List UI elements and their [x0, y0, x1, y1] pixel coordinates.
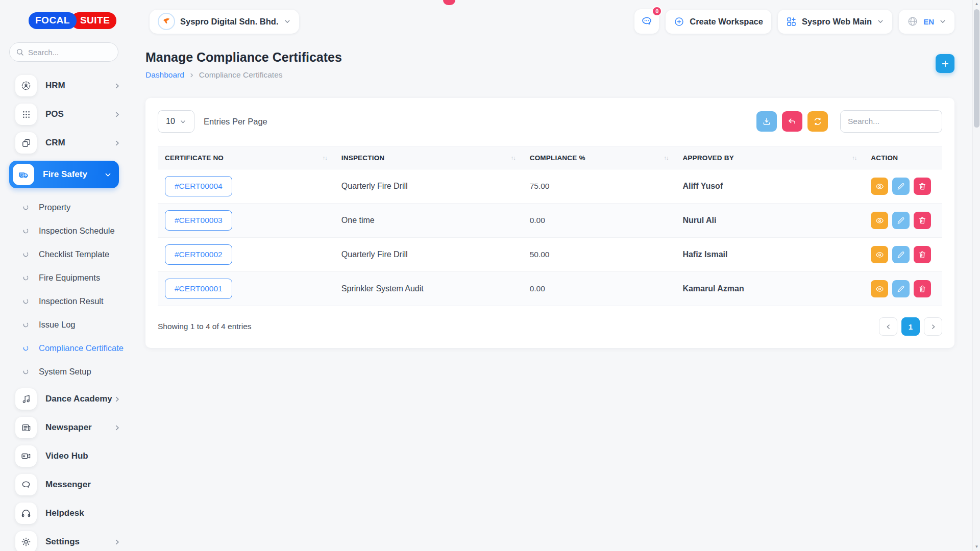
next-page-button[interactable] — [924, 317, 942, 336]
certificate-number-button[interactable]: #CERT00002 — [165, 244, 232, 265]
vertical-scrollbar[interactable]: ▲ ▼ — [972, 0, 980, 551]
certificates-card: 10 Entries Per Page — [145, 98, 954, 348]
edit-button[interactable] — [892, 280, 910, 297]
app-switcher[interactable]: Syspro Web Main — [778, 10, 892, 34]
topbar-right: 0 Create Workspace Syspro Web Main — [634, 9, 954, 34]
toolbar-actions — [756, 110, 942, 133]
delete-button[interactable] — [914, 178, 931, 195]
submenu-item-property[interactable]: Property — [9, 195, 130, 219]
page-number-button[interactable]: 1 — [901, 317, 920, 336]
sidebar-item-dance-academy[interactable]: Dance Academy — [9, 388, 121, 410]
sort-icon: ↑↓ — [511, 155, 516, 161]
sidebar-item-fire-safety[interactable]: Fire Safety — [9, 161, 119, 188]
edit-button[interactable] — [892, 212, 910, 229]
header-approved-by[interactable]: APPROVED BY↑↓ — [675, 146, 864, 169]
certificate-number-button[interactable]: #CERT00003 — [165, 210, 232, 231]
edit-button[interactable] — [892, 246, 910, 263]
create-workspace-button[interactable]: Create Workspace — [666, 10, 771, 34]
view-button[interactable] — [871, 280, 888, 297]
chevron-right-icon — [113, 139, 121, 147]
inspection-cell: Quarterly Fire Drill — [334, 238, 523, 272]
submenu-item-compliance-certificate[interactable]: Compliance Certificate — [9, 336, 130, 360]
submenu-item-inspection-schedule[interactable]: Inspection Schedule — [9, 219, 130, 242]
sidebar-item-video-hub[interactable]: Video Hub — [9, 445, 121, 467]
table-row: #CERT00004 Quarterly Fire Drill 75.00 Al… — [158, 169, 942, 204]
scrollbar-down-arrow[interactable]: ▼ — [973, 543, 980, 551]
sidebar-search[interactable] — [9, 42, 118, 62]
chat-bubble-icon — [15, 474, 37, 495]
breadcrumb-dashboard-link[interactable]: Dashboard — [145, 70, 184, 80]
submenu-item-system-setup[interactable]: System Setup — [9, 360, 130, 383]
chat-badge: 0 — [652, 6, 662, 16]
breadcrumb: Dashboard Compliance Certificates — [145, 70, 954, 80]
entries-per-page-select[interactable]: 10 — [158, 110, 194, 133]
approved-by-cell: Hafiz Ismail — [675, 238, 864, 272]
certificate-number-button[interactable]: #CERT00004 — [165, 176, 232, 196]
certificate-number-button[interactable]: #CERT00001 — [165, 279, 232, 299]
submenu-item-inspection-result[interactable]: Inspection Result — [9, 289, 130, 313]
table-header-row: CERTIFICATE NO↑↓ INSPECTION↑↓ COMPLIANCE… — [158, 146, 942, 169]
header-inspection[interactable]: INSPECTION↑↓ — [334, 146, 523, 169]
sidebar-item-hrm[interactable]: HRM — [9, 75, 121, 96]
crm-copy-icon — [15, 132, 37, 154]
chevron-down-icon — [104, 171, 112, 179]
sidebar-search-input[interactable] — [28, 48, 112, 57]
language-selector[interactable]: EN — [899, 10, 954, 34]
page-header: Manage Compliance Certificates Dashboard… — [145, 50, 954, 80]
sidebar-item-crm[interactable]: CRM — [9, 132, 121, 154]
app-root: FOCAL SUITE HRM POS — [0, 0, 980, 551]
workspace-selector[interactable]: Syspro Digital Sdn. Bhd. — [150, 10, 299, 34]
workspace-name: Syspro Digital Sdn. Bhd. — [180, 17, 279, 27]
sort-icon: ↑↓ — [664, 155, 668, 161]
view-button[interactable] — [871, 178, 888, 195]
chevron-right-icon — [113, 424, 121, 432]
bullet-circle-icon — [22, 228, 29, 234]
messages-button[interactable]: 0 — [634, 9, 659, 34]
refresh-button[interactable] — [807, 111, 828, 132]
bullet-circle-icon — [22, 345, 29, 352]
undo-button[interactable] — [782, 111, 802, 132]
chevron-right-icon — [113, 395, 121, 403]
delete-button[interactable] — [914, 280, 931, 297]
table-search-input[interactable] — [840, 110, 942, 133]
sidebar-item-messenger[interactable]: Messenger — [9, 474, 121, 495]
header-compliance[interactable]: COMPLIANCE %↑↓ — [523, 146, 676, 169]
scrollbar-up-arrow[interactable]: ▲ — [973, 0, 980, 8]
sidebar-item-pos[interactable]: POS — [9, 104, 121, 125]
breadcrumb-current: Compliance Certificates — [199, 70, 283, 80]
submenu-item-checklist-template[interactable]: Checklist Template — [9, 242, 130, 266]
row-actions — [871, 178, 935, 195]
chevron-right-icon — [189, 72, 194, 78]
edit-button[interactable] — [892, 178, 910, 195]
view-button[interactable] — [871, 246, 888, 263]
sidebar-item-newspaper[interactable]: Newspaper — [9, 417, 121, 438]
chevron-down-icon — [180, 118, 186, 125]
table-body: #CERT00004 Quarterly Fire Drill 75.00 Al… — [158, 169, 942, 306]
view-button[interactable] — [871, 212, 888, 229]
submenu-item-issue-log[interactable]: Issue Log — [9, 313, 130, 336]
chevron-right-icon — [113, 82, 121, 90]
gear-icon — [15, 531, 37, 551]
approved-by-cell: Nurul Ali — [675, 204, 864, 238]
chevron-right-icon — [113, 538, 121, 546]
logo-focal: FOCAL — [29, 12, 77, 29]
sidebar-item-settings[interactable]: Settings — [9, 531, 121, 551]
header-certificate-no[interactable]: CERTIFICATE NO↑↓ — [158, 146, 334, 169]
export-download-button[interactable] — [756, 111, 777, 132]
video-camera-icon — [15, 445, 37, 467]
sidebar-item-helpdesk[interactable]: Helpdesk — [9, 503, 121, 524]
scrollbar-thumb[interactable] — [974, 9, 979, 128]
inspection-cell: One time — [334, 204, 523, 238]
bullet-circle-icon — [22, 321, 29, 328]
fire-truck-icon — [13, 164, 34, 185]
plus-circle-icon — [674, 16, 684, 27]
previous-page-button[interactable] — [879, 317, 897, 336]
delete-button[interactable] — [914, 212, 931, 229]
entries-per-page-label: Entries Per Page — [204, 117, 267, 127]
add-certificate-button[interactable] — [936, 54, 954, 73]
submenu-item-fire-equipments[interactable]: Fire Equipments — [9, 266, 130, 289]
sidebar: FOCAL SUITE HRM POS — [0, 0, 130, 551]
music-note-icon — [15, 388, 37, 410]
approved-by-cell: Aliff Yusof — [675, 169, 864, 204]
delete-button[interactable] — [914, 246, 931, 263]
